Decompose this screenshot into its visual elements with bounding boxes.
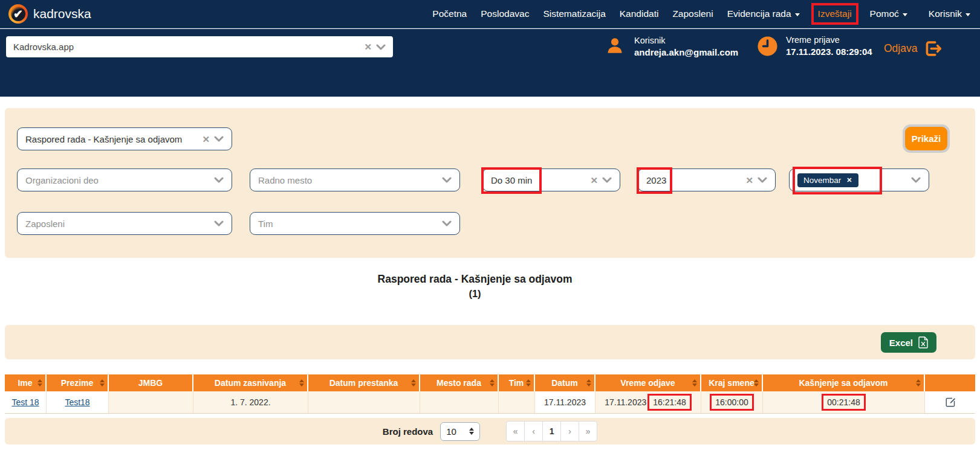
tag-remove-x-icon[interactable]: ✕ [846,176,852,184]
col-header-datum-prestanka[interactable]: Datum prestanka [308,374,420,391]
filter-panel: Raspored rada - Kašnjenje sa odjavom ✕ P… [5,108,975,258]
table-row: Test 18 Test18 1. 7. 2022. 17.11.2023 17… [5,391,975,414]
nav-item-kandidati[interactable]: Kandidati [620,8,659,19]
table-toolbar: Excel [5,325,975,359]
cell-tim [499,391,535,413]
col-header-vreme-odjave[interactable]: Vreme odjave [595,374,701,391]
checkmark-logo-icon: ✔ [8,4,28,24]
chevron-down-icon[interactable] [376,44,386,50]
chevron-down-icon[interactable] [602,177,612,183]
job-position-placeholder: Radno mesto [258,175,312,185]
col-header-prezime[interactable]: Prezime [47,374,109,391]
app-logo[interactable]: ✔ kadrovska [8,4,91,24]
employee-link[interactable]: Test18 [65,397,89,407]
chevron-down-icon[interactable] [214,220,224,226]
chevron-down-icon[interactable] [758,177,767,183]
sort-icon [754,379,759,387]
rows-per-page-label: Broj redova [383,426,433,437]
pager-last-button[interactable]: » [579,421,597,441]
main-nav: Početna Poslodavac Sistematizacija Kandi… [432,5,970,22]
sort-icon [526,379,531,387]
employee-link[interactable]: Test 18 [11,397,39,407]
nav-item-pomoc[interactable]: Pomoć [870,8,907,19]
cell-datum: 17.11.2023 [535,391,595,413]
annotation-box-vreme-odjave: 16:21:48 [647,394,692,411]
app-select[interactable]: Kadrovska.app ✕ [6,36,393,57]
job-position-select[interactable]: Radno mesto [250,169,460,191]
nav-item-evidencija-rada[interactable]: Evidencija rada [727,8,800,19]
report-type-select[interactable]: Raspored rada - Kašnjenje sa odjavom ✕ [17,127,232,150]
org-unit-placeholder: Organizacioni deo [25,175,99,185]
login-time-info: Vreme prijave 17.11.2023. 08:29:04 [757,35,872,57]
year-select[interactable]: 2023 ✕ [638,169,776,191]
cell-kraj-smene: 16:00:00 [701,391,763,413]
nav-item-zaposleni[interactable]: Zaposleni [672,8,713,19]
chevron-down-icon [965,13,970,16]
chevron-down-icon [903,13,907,16]
pager-prev-button[interactable]: ‹ [524,421,543,441]
chevron-down-icon[interactable] [442,177,452,183]
col-header-kraj-smene[interactable]: Kraj smene [701,374,763,391]
chevron-down-icon[interactable] [442,220,452,226]
results-table: Ime Prezime JMBG Datum zasnivanja Datum … [5,374,975,414]
nav-item-sistematizacija[interactable]: Sistematizacija [543,8,605,19]
logout-button[interactable]: Odjava [884,39,943,58]
nav-item-korisnik[interactable]: Korisnik [929,8,970,19]
brand-name: kadrovska [33,7,91,21]
clear-x-icon[interactable]: ✕ [364,42,372,51]
nav-item-poslodavac[interactable]: Poslodavac [481,8,529,19]
clear-x-icon[interactable]: ✕ [590,176,598,185]
header-subbar: Kadrovska.app ✕ Korisnik andreja.akn@gma… [0,29,980,97]
chevron-down-icon[interactable] [214,136,224,142]
org-unit-select[interactable]: Organizacioni deo [17,169,232,191]
pager-first-button[interactable]: « [506,421,525,441]
col-header-datum-zasnivanja[interactable]: Datum zasnivanja [193,374,308,391]
pager-page-1-button[interactable]: 1 [542,421,561,441]
cell-vreme-odjave: 17.11.202316:21:48 [595,391,701,413]
top-navbar: ✔ kadrovska Početna Poslodavac Sistemati… [0,0,980,28]
user-icon [605,35,625,57]
col-header-kasnjenje[interactable]: Kašnjenje sa odjavom [763,374,925,391]
delay-filter-value: Do 30 min [491,175,532,185]
cell-prezime: Test18 [47,391,109,413]
team-select[interactable]: Tim [250,212,460,235]
col-header-ime[interactable]: Ime [5,374,47,391]
col-header-actions [925,374,975,391]
edit-row-button[interactable] [945,397,956,408]
team-placeholder: Tim [258,219,273,229]
chevron-down-icon[interactable] [911,177,921,183]
pager-next-button[interactable]: › [560,421,579,441]
col-header-datum[interactable]: Datum [535,374,595,391]
delay-filter-select[interactable]: Do 30 min ✕ [482,169,620,191]
excel-export-button[interactable]: Excel [881,332,936,353]
sort-icon [411,379,416,387]
clear-x-icon[interactable]: ✕ [745,176,753,185]
col-header-tim[interactable]: Tim [499,374,535,391]
rows-per-page-select[interactable]: 10 [440,422,480,441]
sort-icon [490,379,495,387]
excel-button-label: Excel [889,338,913,348]
show-button[interactable]: Prikaži [905,127,947,150]
table-header-row: Ime Prezime JMBG Datum zasnivanja Datum … [5,374,975,391]
employee-select[interactable]: Zaposleni [17,212,232,235]
chevron-down-icon[interactable] [214,177,224,183]
month-tag[interactable]: Novembar ✕ [797,173,858,187]
edit-icon [945,397,956,408]
cell-actions [925,391,975,413]
clock-icon [757,36,778,57]
user-email: andreja.akn@gmail.com [634,47,738,57]
sort-icon [692,379,697,387]
col-header-mesto-rada[interactable]: Mesto rada [420,374,499,391]
month-select[interactable]: Novembar ✕ [789,169,929,191]
stepper-icon [469,428,474,435]
login-time-label: Vreme prijave [786,35,872,45]
excel-file-icon [918,336,928,348]
user-info: Korisnik andreja.akn@gmail.com [605,35,738,57]
col-header-jmbg[interactable]: JMBG [109,374,193,391]
sort-icon [299,379,304,387]
nav-item-pocetna[interactable]: Početna [432,8,467,19]
sort-icon [100,379,105,387]
cell-jmbg [109,391,193,413]
nav-item-izvestaji[interactable]: Izveštaji [814,5,856,22]
clear-x-icon[interactable]: ✕ [202,135,210,144]
